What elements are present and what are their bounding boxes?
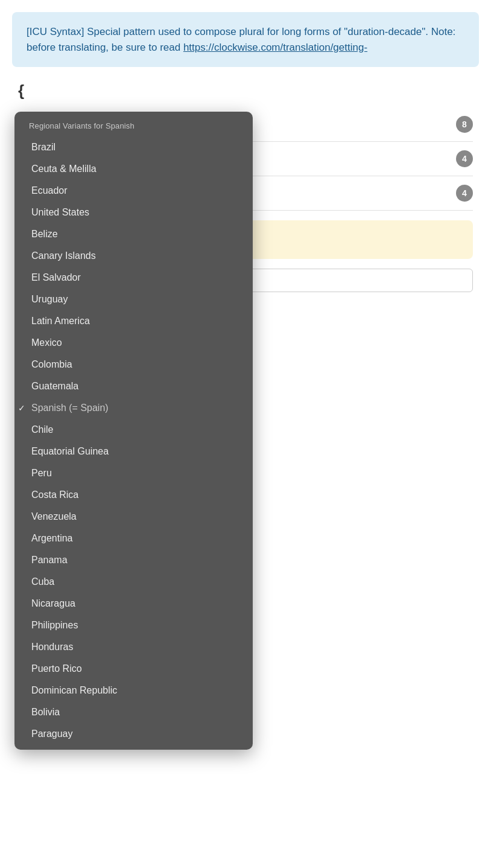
dropdown-item[interactable]: Puerto Rico	[14, 658, 253, 680]
dropdown-menu: Regional Variants for Spanish BrazilCeut…	[14, 112, 253, 750]
dropdown-item-label: Venezuela	[31, 511, 77, 522]
dropdown-item-label: United States	[31, 207, 89, 218]
dropdown-item[interactable]: Ceuta & Melilla	[14, 158, 253, 180]
badge-1: 8	[456, 116, 473, 133]
dropdown-item[interactable]: Ecuador	[14, 180, 253, 202]
dropdown-item[interactable]: Nicaragua	[14, 593, 253, 614]
dropdown-item-label: Ecuador	[31, 185, 68, 196]
dropdown-item-label: Honduras	[31, 642, 73, 653]
dropdown-title: Regional Variants for Spanish	[14, 116, 253, 136]
dropdown-item-label: Argentina	[31, 533, 73, 544]
dropdown-item[interactable]: Belize	[14, 223, 253, 245]
info-link[interactable]: https://clockwise.com/translation/gettin…	[183, 42, 367, 53]
badge-2: 4	[456, 150, 473, 167]
dropdown-item[interactable]: Latin America	[14, 310, 253, 332]
dropdown-item[interactable]: Honduras	[14, 636, 253, 658]
dropdown-item[interactable]: Uruguay	[14, 289, 253, 310]
dropdown-item-label: Belize	[31, 229, 58, 240]
dropdown-item[interactable]: Dominican Republic	[14, 680, 253, 701]
placeholder-line: {	[18, 81, 473, 100]
dropdown-item-label: Bolivia	[31, 707, 60, 718]
dropdown-item[interactable]: Cuba	[14, 571, 253, 593]
dropdown-item[interactable]: Mexico	[14, 332, 253, 354]
dropdown-item[interactable]: Colombia	[14, 354, 253, 375]
dropdown-item-label: Uruguay	[31, 294, 68, 305]
dropdown-item[interactable]: United States	[14, 202, 253, 223]
dropdown-item-label: Ceuta & Melilla	[31, 164, 97, 174]
dropdown-item[interactable]: Canary Islands	[14, 245, 253, 267]
dropdown-item-label: Dominican Republic	[31, 685, 117, 696]
dropdown-item-label: Paraguay	[31, 729, 73, 739]
dropdown-items-container: BrazilCeuta & MelillaEcuadorUnited State…	[14, 136, 253, 745]
dropdown-item-label: Puerto Rico	[31, 663, 82, 674]
dropdown-item[interactable]: Costa Rica	[14, 484, 253, 506]
dropdown-item-label: Cuba	[31, 576, 54, 587]
dropdown-item-label: Philippines	[31, 620, 78, 631]
dropdown-item[interactable]: Philippines	[14, 614, 253, 636]
dropdown-item[interactable]: Brazil	[14, 136, 253, 158]
dropdown-item-label: El Salvador	[31, 272, 81, 283]
dropdown-item-label: Latin America	[31, 316, 90, 327]
dropdown-item-label: Panama	[31, 555, 68, 566]
dropdown-item-label: Nicaragua	[31, 598, 75, 609]
check-icon: ✓	[18, 403, 25, 413]
dropdown-item-label: Spanish (= Spain)	[31, 403, 109, 413]
info-box: [ICU Syntax] Special pattern used to com…	[12, 12, 479, 67]
dropdown-item-label: Peru	[31, 468, 52, 479]
dropdown-item-label: Chile	[31, 424, 53, 435]
dropdown-item[interactable]: Bolivia	[14, 701, 253, 723]
dropdown-item[interactable]: Venezuela	[14, 506, 253, 528]
dropdown-item[interactable]: Equatorial Guinea	[14, 441, 253, 462]
dropdown-item-label: Canary Islands	[31, 251, 96, 261]
dropdown-item[interactable]: ✓Spanish (= Spain)	[14, 397, 253, 419]
dropdown-item-label: Brazil	[31, 142, 55, 153]
dropdown-item[interactable]: Guatemala	[14, 375, 253, 397]
dropdown-item[interactable]: Peru	[14, 462, 253, 484]
dropdown-item[interactable]: Panama	[14, 549, 253, 571]
dropdown-item[interactable]: El Salvador	[14, 267, 253, 289]
dropdown-item-label: Mexico	[31, 337, 62, 348]
dropdown-item-label: Guatemala	[31, 381, 78, 392]
dropdown-item[interactable]: Paraguay	[14, 723, 253, 745]
dropdown-item[interactable]: Chile	[14, 419, 253, 441]
dropdown-item-label: Colombia	[31, 359, 72, 370]
dropdown-item-label: Equatorial Guinea	[31, 446, 109, 457]
badge-3: 4	[456, 185, 473, 202]
dropdown-item-label: Costa Rica	[31, 490, 78, 500]
dropdown-item[interactable]: Argentina	[14, 528, 253, 549]
